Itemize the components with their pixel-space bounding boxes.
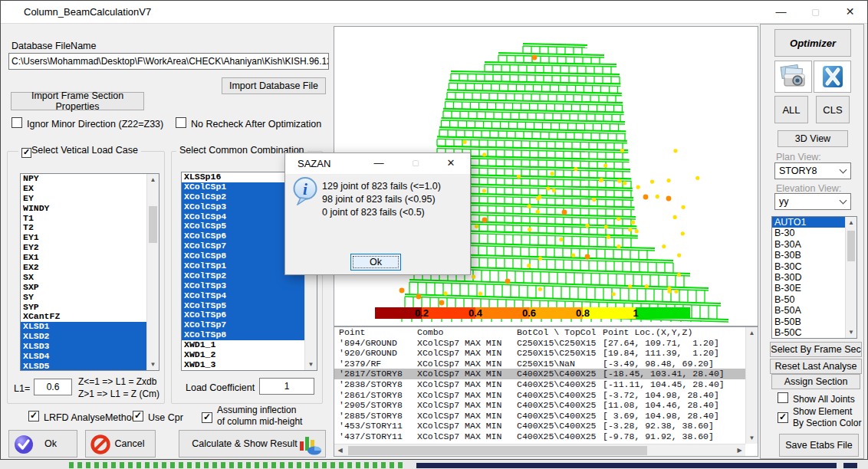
list-item[interactable]: SXP — [21, 283, 159, 293]
table-row[interactable]: '894/GROUNDXColCSp7 MAX MINC250X15\C250X… — [334, 338, 758, 349]
list-item[interactable]: B-30E — [772, 283, 856, 294]
table-row[interactable]: '2817/STORY8XColCSp7 MAX MINC400X25\C400… — [334, 369, 758, 379]
table-row[interactable]: '2379/RFXColCSp7 MAX MINC250X15\NaN[-3.4… — [334, 359, 758, 369]
import-frame-section-button[interactable]: Import Frame Section Properties — [11, 92, 144, 110]
scroll-up-icon[interactable]: ▲ — [846, 217, 856, 228]
elevation-view-select[interactable]: yy — [774, 193, 851, 210]
list-item[interactable]: EY — [21, 194, 159, 204]
list-item[interactable]: EY1 — [21, 233, 159, 243]
list-item[interactable]: B-30A — [772, 239, 856, 250]
list-item[interactable]: XWD1_2 — [182, 350, 317, 360]
load-case-checkbox[interactable] — [21, 148, 31, 158]
table-cell: C400X25\C400X25 — [517, 390, 603, 401]
list-item[interactable]: EX — [21, 184, 159, 194]
table-vscrollbar[interactable]: ▲ ▼ — [745, 327, 758, 444]
show-all-joints-checkbox[interactable] — [778, 392, 788, 403]
excel-export-button[interactable] — [814, 61, 851, 93]
show-element-checkbox[interactable] — [778, 412, 788, 423]
chevron-down-icon[interactable] — [836, 164, 850, 178]
list-item[interactable]: EX1 — [21, 253, 159, 263]
save-etabs-button[interactable]: Save Etabs File — [779, 434, 859, 457]
load-case-listbox[interactable]: NPYEXEYWINDYT1T2EY1EY2EX1EX2SXSXPSYSYPXC… — [20, 173, 159, 371]
list-item[interactable]: EX2 — [21, 263, 159, 273]
import-database-button[interactable]: Import Database File — [222, 77, 326, 94]
list-item[interactable]: B-50A — [772, 305, 856, 316]
scroll-down-icon[interactable]: ▼ — [305, 359, 317, 370]
l1-input[interactable]: 0.6 — [34, 379, 72, 395]
list-item[interactable]: XLSD5 — [21, 362, 159, 371]
list-item[interactable]: XColTSp4 — [182, 291, 317, 301]
scroll-up-icon[interactable]: ▲ — [746, 327, 758, 339]
table-row[interactable]: '920/GROUNDXColCSp7 MAX MINC250X15\C250X… — [334, 348, 758, 359]
list-item[interactable]: B-30 — [772, 228, 856, 238]
table-row[interactable]: '2838/STORY8XColCSp7 MAX MINC400X25\C400… — [334, 379, 758, 390]
all-button[interactable]: ALL — [774, 96, 808, 123]
list-item[interactable]: XLSD4 — [21, 352, 159, 362]
list-item[interactable]: SX — [21, 273, 159, 283]
dialog-ok-button[interactable]: Ok — [350, 254, 401, 271]
chevron-down-icon[interactable] — [836, 195, 850, 208]
scroll-thumb[interactable] — [149, 206, 157, 243]
table-row[interactable]: '2905/STORY8XColCSp7 MAX MINC400X25\C400… — [334, 400, 758, 411]
colorbar-label: 1 — [633, 307, 638, 319]
scroll-left-icon[interactable]: ◀ — [334, 444, 346, 457]
list-item[interactable]: XWD1_3 — [182, 360, 317, 370]
cls-button[interactable]: CLS — [816, 96, 850, 123]
ok-button[interactable]: Ok — [8, 430, 77, 458]
ignor-minor-checkbox[interactable] — [12, 117, 22, 128]
results-table[interactable]: PointComboBotCol \ TopColPoint Loc.(X,Y,… — [334, 326, 758, 457]
dialog-minimize-button[interactable]: — — [364, 153, 393, 173]
list-item[interactable]: AUTO1 — [772, 217, 856, 228]
background-bar — [843, 463, 857, 468]
reset-last-analyse-button[interactable]: Reset Last Analyse — [770, 359, 862, 374]
scroll-down-icon[interactable]: ▼ — [147, 359, 159, 370]
list-item[interactable]: B-50B — [772, 316, 856, 327]
list-item[interactable]: WINDY — [21, 204, 159, 214]
assign-section-button[interactable]: Assign Section — [771, 374, 860, 389]
table-cell: Point Loc.(X,Y,Z) — [603, 327, 745, 338]
list-item[interactable]: T2 — [21, 223, 159, 233]
close-button[interactable]: ✕ — [833, 1, 867, 23]
list-item[interactable]: NPY — [21, 174, 159, 184]
section-listbox[interactable]: AUTO1B-30B-30AB-30BB-30CB-30DB-30EB-50B-… — [771, 216, 857, 339]
cancel-button[interactable]: Cancel — [85, 430, 156, 458]
select-by-frame-button[interactable]: Select By Frame Sec — [770, 342, 862, 357]
table-hscrollbar[interactable]: ◀ ▶ — [334, 444, 745, 456]
table-row[interactable]: '453/STORY11XColCSp7 MAX MINC400X25\C400… — [334, 421, 758, 431]
list-item[interactable]: XColTSp3 — [182, 281, 317, 291]
3d-view-button[interactable]: 3D View — [778, 130, 848, 147]
scroll-down-icon[interactable]: ▼ — [846, 326, 856, 338]
list-item[interactable]: B-50 — [772, 294, 856, 305]
no-recheck-checkbox[interactable] — [176, 117, 186, 128]
minimize-button[interactable]: — — [764, 1, 798, 23]
load-coefficient-input[interactable]: 1 — [259, 378, 314, 395]
table-row[interactable]: '2885/STORY8XColCSp7 MAX MINC400X25\C400… — [334, 411, 758, 421]
list-item[interactable]: B-30C — [772, 261, 856, 272]
list-item[interactable]: EY2 — [21, 243, 159, 253]
database-filename-input[interactable]: C:\Users\Mohammad\Desktop\F\WorkArea\CHE… — [8, 53, 329, 70]
list-item[interactable]: SY — [21, 293, 159, 303]
list-item[interactable]: B-30D — [772, 272, 856, 283]
dialog-line-2: 98 joint of 823 fails (<0.95) — [322, 194, 436, 205]
table-row[interactable]: '437/STORY11XColCSp7 MAX MINC400X25\C400… — [334, 431, 758, 442]
scroll-down-icon[interactable]: ▼ — [746, 432, 758, 444]
plan-view-select[interactable]: STORY8 — [774, 162, 851, 179]
list-item[interactable]: T1 — [21, 214, 159, 224]
section-scrollbar[interactable]: ▲ ▼ — [845, 217, 856, 338]
optimizer-button[interactable]: Optimizer — [774, 29, 851, 57]
dialog-close-button[interactable]: ✕ — [436, 153, 465, 173]
scroll-thumb[interactable] — [348, 446, 647, 455]
calculate-button[interactable]: Calculate & Show Result — [179, 430, 326, 458]
scroll-right-icon[interactable]: ▶ — [734, 444, 745, 457]
table-row[interactable]: '2861/STORY8XColCSp7 MAX MINC400X25\C400… — [334, 390, 758, 401]
inflection-checkbox[interactable] — [202, 412, 212, 423]
use-cpr-checkbox[interactable] — [133, 411, 143, 421]
list-item[interactable]: B-50C — [772, 327, 856, 338]
table-cell: XColCSp7 MAX MIN — [417, 338, 517, 349]
load-case-scrollbar[interactable]: ▲ ▼ — [146, 174, 159, 370]
lrfd-checkbox[interactable] — [28, 411, 39, 421]
scroll-up-icon[interactable]: ▲ — [147, 174, 159, 185]
scroll-thumb[interactable] — [847, 231, 855, 261]
list-item[interactable]: B-30B — [772, 250, 856, 261]
snapshot-button[interactable] — [774, 61, 812, 93]
